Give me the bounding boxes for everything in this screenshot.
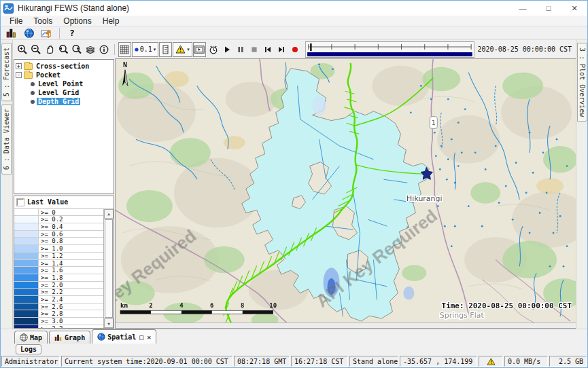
map-display-icon[interactable] bbox=[21, 26, 37, 40]
play-button[interactable] bbox=[220, 42, 233, 57]
maximize-button[interactable]: □ bbox=[536, 1, 561, 16]
tab-maximize-icon[interactable]: □ bbox=[139, 333, 143, 341]
legend-row[interactable]: >= 1.8 bbox=[14, 274, 103, 282]
menu-options[interactable]: Options bbox=[58, 16, 96, 26]
pause-button[interactable] bbox=[234, 42, 247, 57]
svg-text:N: N bbox=[123, 61, 127, 69]
folder-icon bbox=[24, 72, 33, 79]
legend-row[interactable]: >= 1.2 bbox=[14, 253, 103, 260]
legend-row[interactable]: >= 2.6 bbox=[14, 303, 103, 311]
tree-node-level-grid[interactable]: Level Grid bbox=[16, 88, 112, 97]
zoom-out-icon[interactable] bbox=[29, 42, 42, 57]
time-slider[interactable] bbox=[305, 41, 474, 58]
legend-row[interactable]: >= 0.8 bbox=[14, 238, 103, 245]
display-tabs: Map Graph Spatial □ ✕ bbox=[1, 329, 587, 344]
menu-tools[interactable]: Tools bbox=[29, 16, 57, 26]
animation-movie-button[interactable] bbox=[193, 42, 206, 57]
bullet-icon bbox=[31, 91, 35, 95]
grid-layer-toggle[interactable] bbox=[118, 42, 131, 57]
skip-to-start-button[interactable] bbox=[261, 42, 274, 57]
zoom-next-icon[interactable] bbox=[70, 42, 83, 57]
current-map-datetime: 2020-08-25 00:00:00 CST bbox=[478, 45, 573, 53]
legend-row[interactable]: >= 1.6 bbox=[14, 267, 103, 274]
legend-row[interactable]: >= 0.6 bbox=[14, 231, 103, 238]
menu-help[interactable]: Help bbox=[98, 16, 124, 26]
legend-class-label: >= 1.2 bbox=[39, 253, 103, 259]
highway-shield-number: 1 bbox=[432, 120, 436, 127]
record-button[interactable] bbox=[289, 42, 302, 57]
legend-row[interactable]: >= 2.2 bbox=[14, 289, 103, 296]
status-local-time: 16:27:18 CST bbox=[291, 356, 348, 367]
tree-node-level-point[interactable]: Level Point bbox=[16, 79, 112, 88]
expand-icon[interactable]: + bbox=[16, 63, 22, 69]
tree-node-pocket[interactable]: - Pocket bbox=[16, 71, 112, 79]
right-tab-strip: 3 : Plot Overview bbox=[576, 40, 587, 329]
legend-row[interactable]: >= 2.0 bbox=[14, 282, 103, 289]
window-title: Hikurangi FEWS (Stand alone) bbox=[18, 3, 129, 13]
tab-close-icon[interactable]: ✕ bbox=[147, 333, 151, 341]
tab-spatial[interactable]: Spatial □ ✕ bbox=[92, 329, 156, 344]
logs-button[interactable]: Logs bbox=[16, 344, 41, 354]
tree-node-depth-grid[interactable]: Depth Grid bbox=[16, 97, 112, 106]
logs-row: Logs bbox=[1, 344, 587, 355]
globe-icon bbox=[97, 333, 105, 341]
legend-class-label: >= 3.2 bbox=[39, 325, 103, 328]
tab-graph[interactable]: Graph bbox=[49, 331, 90, 344]
time-slider-handle[interactable] bbox=[310, 43, 312, 51]
layers-icon[interactable] bbox=[84, 42, 97, 57]
legend-row[interactable]: >= 0.2 bbox=[14, 216, 103, 223]
last-value-checkbox[interactable] bbox=[17, 199, 24, 206]
close-button[interactable]: ✕ bbox=[561, 1, 587, 16]
menu-file[interactable]: File bbox=[5, 16, 27, 26]
scrollbar-thumb[interactable] bbox=[105, 219, 113, 318]
point-size-dropdown[interactable]: 0.1 ▾ bbox=[132, 42, 159, 57]
main-toolbar: ? bbox=[1, 26, 587, 40]
zoom-previous-icon[interactable] bbox=[56, 42, 69, 57]
spatial-display: API Key Required API Key Required bbox=[115, 58, 576, 329]
minimize-button[interactable]: — bbox=[510, 1, 536, 16]
legend-row[interactable]: >= 3.0 bbox=[14, 318, 103, 325]
info-icon[interactable] bbox=[98, 42, 111, 57]
skip-to-end-button[interactable] bbox=[275, 42, 288, 57]
side-tab-forecast[interactable]: 5 : Forecast bbox=[1, 43, 12, 101]
scroll-up-icon[interactable]: ▲ bbox=[104, 209, 114, 219]
legend-class-label: >= 0.4 bbox=[39, 223, 103, 230]
chevron-down-icon: ▾ bbox=[187, 47, 190, 52]
tab-map[interactable]: Map bbox=[14, 331, 48, 344]
legend-row[interactable]: >= 3.2 bbox=[14, 325, 103, 328]
map-scroll-strip bbox=[116, 323, 576, 328]
pan-hand-icon[interactable] bbox=[43, 42, 56, 57]
warnings-dropdown[interactable]: ▾ bbox=[173, 42, 192, 57]
legend-row[interactable]: >= 0 bbox=[14, 209, 103, 217]
animation-timer-icon[interactable] bbox=[207, 42, 220, 57]
legend-row[interactable]: >= 1.4 bbox=[14, 260, 103, 268]
classbreaks-legend-button[interactable] bbox=[159, 42, 172, 57]
status-warning-cell[interactable] bbox=[479, 356, 503, 367]
town-label: Hikurangi bbox=[407, 194, 442, 203]
legend-scrollbar[interactable]: ▲ ▼ bbox=[103, 209, 114, 328]
spatial-display-icon[interactable] bbox=[39, 26, 55, 40]
legend-class-list: >= 0>= 0.2>= 0.4>= 0.6>= 0.8>= 1.0>= 1.2… bbox=[14, 209, 103, 328]
status-gmt-time: 08:27:18 GMT bbox=[234, 356, 290, 367]
legend-class-label: >= 1.6 bbox=[39, 267, 103, 274]
legend-class-label: >= 3.0 bbox=[39, 318, 103, 325]
legend-class-label: >= 0.8 bbox=[39, 238, 103, 244]
legend-row[interactable]: >= 2.4 bbox=[14, 296, 103, 303]
legend-row[interactable]: >= 2.8 bbox=[14, 310, 103, 318]
side-tab-data-viewer[interactable]: 6 : Data Viewer bbox=[1, 104, 12, 174]
map-canvas[interactable]: API Key Required API Key Required bbox=[116, 59, 576, 323]
legend-row[interactable]: >= 1.0 bbox=[14, 245, 103, 253]
left-tab-strip: 5 : Forecast 6 : Data Viewer bbox=[1, 40, 13, 329]
data-display-icon[interactable] bbox=[3, 26, 20, 40]
legend-row[interactable]: >= 0.4 bbox=[14, 223, 103, 231]
zoom-in-icon[interactable] bbox=[16, 42, 29, 57]
tree-node-cross-section[interactable]: + Cross-section bbox=[16, 62, 112, 71]
stop-button[interactable] bbox=[247, 42, 260, 57]
legend-color-swatch bbox=[14, 310, 39, 317]
help-button[interactable]: ? bbox=[64, 26, 80, 40]
scroll-down-icon[interactable]: ▼ bbox=[104, 318, 114, 328]
point-dot-icon bbox=[135, 48, 139, 52]
collapse-icon[interactable]: - bbox=[16, 72, 22, 78]
bullet-icon bbox=[31, 100, 35, 104]
side-tab-plot-overview[interactable]: 3 : Plot Overview bbox=[577, 43, 587, 122]
